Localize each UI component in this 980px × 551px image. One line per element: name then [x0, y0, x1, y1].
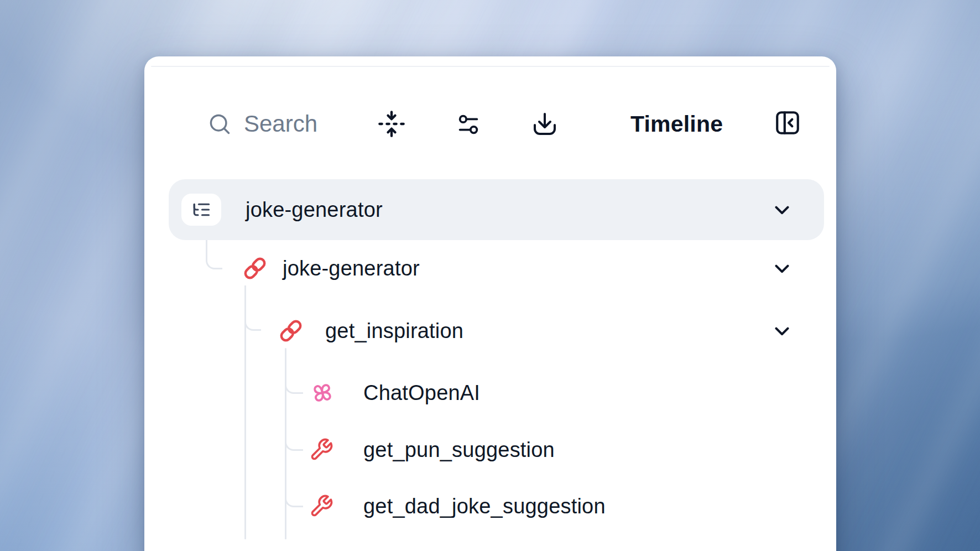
- llm-pinwheel-icon: [309, 380, 336, 406]
- trace-panel: Timeline joke-generator: [144, 56, 836, 551]
- tree-row-get-pun-suggestion[interactable]: get_pun_suggestion: [144, 419, 833, 480]
- chevron-down-icon[interactable]: [769, 256, 795, 281]
- row-label: get_pun_suggestion: [363, 438, 555, 462]
- row-label: joke-generator: [283, 257, 420, 280]
- tree-row-get-dad-joke-suggestion[interactable]: get_dad_joke_suggestion: [144, 476, 833, 537]
- chevron-down-icon[interactable]: [769, 318, 795, 344]
- tree-row-get-inspiration[interactable]: get_inspiration: [144, 300, 833, 361]
- trace-tree: joke-generator joke-generator get_inspir…: [144, 56, 836, 551]
- row-label: ChatOpenAI: [363, 381, 480, 405]
- chain-link-icon: [242, 256, 268, 281]
- tree-row-chatopenai[interactable]: ChatOpenAI: [144, 362, 833, 423]
- row-label: get_inspiration: [325, 319, 463, 343]
- tool-wrench-icon: [309, 438, 333, 462]
- tree-structure-icon: [181, 194, 221, 226]
- tool-wrench-icon: [309, 494, 333, 518]
- row-label: joke-generator: [246, 198, 383, 222]
- tree-row-joke-generator-root[interactable]: joke-generator: [144, 179, 833, 240]
- tree-row-joke-generator-chain[interactable]: joke-generator: [144, 238, 833, 299]
- chain-link-icon: [278, 318, 304, 344]
- chevron-down-icon[interactable]: [769, 197, 795, 222]
- row-label: get_dad_joke_suggestion: [363, 495, 606, 518]
